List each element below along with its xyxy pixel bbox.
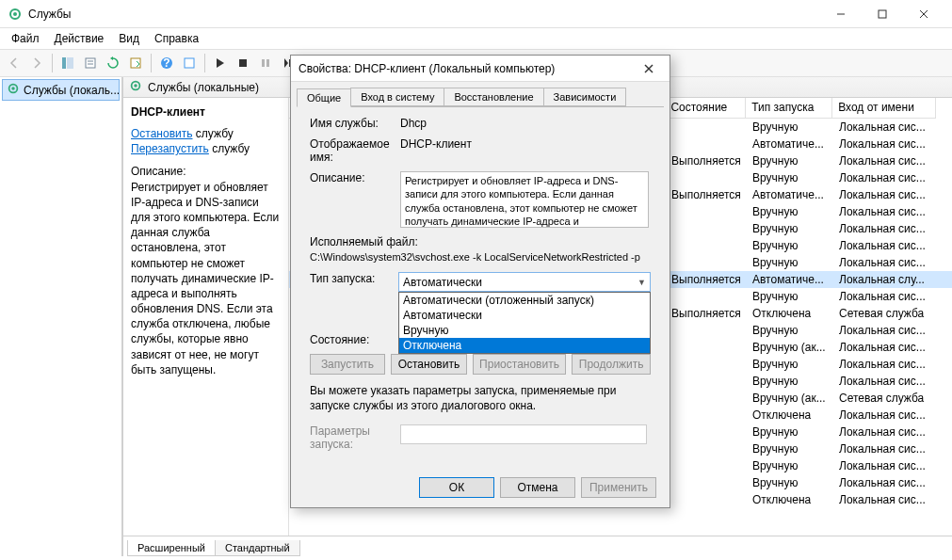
svg-point-1 <box>13 12 17 16</box>
service-name-value: Dhcp <box>400 117 651 130</box>
properties-button[interactable] <box>80 53 101 73</box>
display-name-label: Отображаемое имя: <box>310 137 400 164</box>
tab-standard[interactable]: Стандартный <box>215 540 300 556</box>
pause-button: Приостановить <box>473 354 566 375</box>
properties-dialog: Свойства: DHCP-клиент (Локальный компьют… <box>290 55 670 508</box>
start-service-button[interactable] <box>210 53 231 73</box>
menu-bar: Файл Действие Вид Справка <box>0 28 952 49</box>
restart-service-link[interactable]: Перезапустить <box>131 142 209 155</box>
tab-extended[interactable]: Расширенный <box>127 540 216 556</box>
dialog-tabs: Общие Вход в систему Восстановление Зави… <box>291 82 670 106</box>
stop-service-button[interactable] <box>233 53 253 73</box>
back-button <box>4 53 24 73</box>
svg-rect-17 <box>266 59 269 67</box>
minimize-button[interactable] <box>820 0 862 28</box>
show-hide-tree-button[interactable] <box>57 53 78 73</box>
description-box[interactable]: Регистрирует и обновляет IP-адреса и DNS… <box>400 171 649 228</box>
refresh-button[interactable] <box>103 53 123 73</box>
tab-dependencies[interactable]: Зависимости <box>543 88 627 106</box>
dialog-close-button[interactable] <box>636 57 662 80</box>
desc-label: Описание: <box>131 165 186 178</box>
export-list-button[interactable] <box>125 53 146 73</box>
detail-title: DHCP-клиент <box>131 105 281 119</box>
desc-text: Регистрирует и обновляет IP-адреса и DNS… <box>131 181 279 376</box>
svg-rect-8 <box>86 58 95 68</box>
hint-text: Вы можете указать параметры запуска, при… <box>310 384 651 413</box>
service-name-label: Имя службы: <box>310 117 400 130</box>
stop-service-link[interactable]: Остановить <box>131 127 193 140</box>
forward-button <box>26 53 47 73</box>
state-label: Состояние: <box>310 333 400 346</box>
cancel-button[interactable]: Отмена <box>500 477 575 498</box>
svg-point-22 <box>134 84 137 88</box>
services-icon <box>129 79 142 95</box>
dropdown-option[interactable]: Автоматически <box>399 308 650 323</box>
menu-file[interactable]: Файл <box>4 30 47 47</box>
menu-help[interactable]: Справка <box>147 30 206 47</box>
maximize-button[interactable] <box>862 0 903 28</box>
dropdown-option[interactable]: Вручную <box>399 323 650 338</box>
startup-type-dropdown[interactable]: Автоматически (отложенный запуск)Автомат… <box>398 292 651 354</box>
tab-recovery[interactable]: Восстановление <box>444 88 543 106</box>
svg-rect-16 <box>262 59 265 67</box>
exe-path: C:\Windows\system32\svchost.exe -k Local… <box>310 251 651 263</box>
params-label: Параметры запуска: <box>310 424 400 451</box>
ok-button[interactable]: ОК <box>419 477 494 498</box>
panel-title: Службы (локальные) <box>148 81 259 94</box>
description-label: Описание: <box>310 171 400 184</box>
startup-type-label: Тип запуска: <box>310 272 398 285</box>
chevron-down-icon: ▼ <box>637 278 646 287</box>
help2-button[interactable] <box>179 53 200 73</box>
dialog-footer: ОК Отмена Применить <box>291 468 670 507</box>
col-account[interactable]: Вход от имени <box>832 98 936 118</box>
window-title: Службы <box>28 8 820 21</box>
tab-logon[interactable]: Вход в систему <box>350 88 444 106</box>
startup-type-select[interactable]: Автоматически ▼ <box>398 272 651 292</box>
apply-button: Применить <box>581 477 656 498</box>
svg-point-20 <box>11 87 15 90</box>
start-button: Запустить <box>310 354 385 375</box>
service-detail-panel: DHCP-клиент Остановить службу Перезапуст… <box>123 98 289 536</box>
tab-general[interactable]: Общие <box>297 88 351 107</box>
title-bar: Службы <box>0 0 952 28</box>
app-icon <box>8 7 23 22</box>
view-tabs: Расширенный Стандартный <box>123 536 952 556</box>
display-name-value: DHCP-клиент <box>400 137 651 151</box>
stop-button[interactable]: Остановить <box>391 354 467 375</box>
svg-rect-14 <box>185 58 194 68</box>
menu-view[interactable]: Вид <box>111 30 147 47</box>
pause-service-button <box>255 53 276 73</box>
dialog-body: Имя службы: Dhcp Отображаемое имя: DHCP-… <box>297 106 664 468</box>
help-button[interactable]: ? <box>156 53 177 73</box>
col-state[interactable]: Состояние <box>665 98 746 118</box>
dropdown-option[interactable]: Отключена <box>399 338 650 353</box>
close-button[interactable] <box>903 0 944 28</box>
svg-rect-7 <box>67 57 73 69</box>
params-input <box>400 424 647 444</box>
dialog-titlebar[interactable]: Свойства: DHCP-клиент (Локальный компьют… <box>291 56 670 82</box>
exe-label: Исполняемый файл: <box>310 235 651 248</box>
resume-button: Продолжить <box>572 354 651 375</box>
startup-selected: Автоматически <box>403 276 482 289</box>
svg-rect-15 <box>239 59 247 67</box>
menu-action[interactable]: Действие <box>47 30 112 47</box>
svg-rect-3 <box>879 10 886 18</box>
tree-node-label: Службы (локаль... <box>24 84 120 97</box>
svg-rect-6 <box>62 57 66 69</box>
dialog-title: Свойства: DHCP-клиент (Локальный компьют… <box>299 62 636 75</box>
services-icon <box>7 82 20 98</box>
tree-pane: Службы (локаль... <box>0 77 122 556</box>
svg-text:?: ? <box>163 56 169 70</box>
dropdown-option[interactable]: Автоматически (отложенный запуск) <box>399 293 650 308</box>
tree-node-services[interactable]: Службы (локаль... <box>2 79 120 101</box>
col-startup[interactable]: Тип запуска <box>746 98 832 118</box>
